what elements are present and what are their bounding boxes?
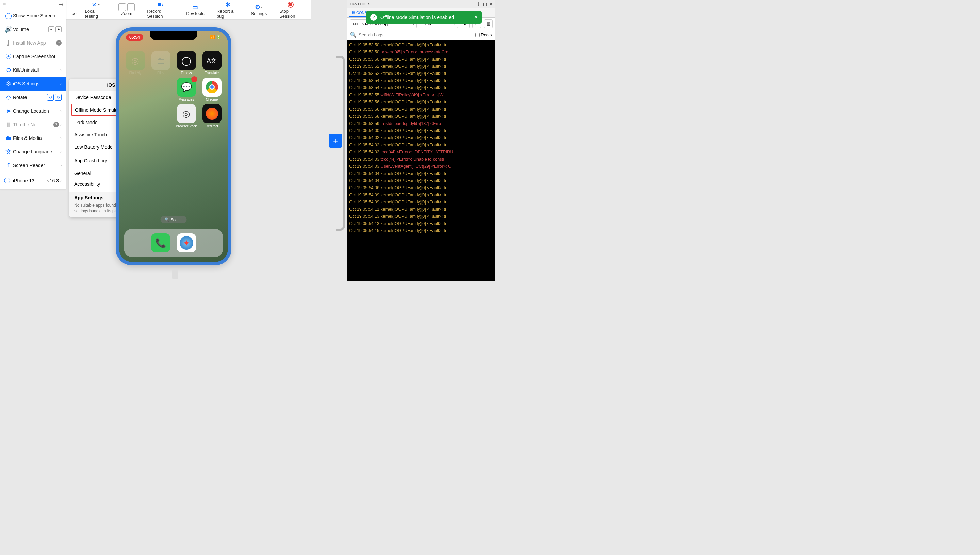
sidebar-item-home[interactable]: ◯ Show Home Screen [0, 9, 66, 22]
download-icon[interactable]: ⭳ [476, 2, 481, 7]
gear-icon: ⚙ ▾ [255, 3, 263, 11]
sidebar-item-screenshot[interactable]: ⦿ Capture Screenshot [0, 50, 66, 63]
sidebar-item-ios-settings[interactable]: ⚙ iOS Settings › [0, 77, 66, 90]
close-icon[interactable]: × [475, 14, 478, 21]
top-toolbar: ce ⤨ ▾ Local testing − + Zoom ■‹ Record … [66, 0, 311, 20]
zoom-out-icon[interactable]: − [119, 3, 126, 11]
record-button[interactable]: ■‹ Record Session [141, 0, 180, 19]
reader-label: Screen Reader [13, 163, 60, 168]
app-fitness[interactable]: ◯Fitness [174, 51, 198, 75]
sidebar-item-language[interactable]: 文 Change Language › [0, 145, 66, 159]
regex-checkbox[interactable] [475, 33, 480, 37]
sidebar-item-screen-reader[interactable]: ⇞ Screen Reader › [0, 159, 66, 172]
app-chrome[interactable]: Chrome [200, 78, 224, 101]
devtools-button[interactable]: ▭ DevTools [180, 0, 210, 19]
phone-cable [172, 269, 178, 279]
sidebar-item-throttle[interactable]: ⫴ Throttle Net… ? › [0, 118, 66, 132]
sidebar-device-info[interactable]: ⓘ iPhone 13 v16.3 › [0, 174, 66, 188]
messages-icon: 💬! [177, 78, 196, 97]
log-line: Oct 19 05:53:56 kernel(IOGPUFamily)[0] <… [349, 106, 493, 113]
assistive-label: Assistive Touch [74, 132, 107, 138]
app-translate[interactable]: A文Translate [200, 51, 224, 75]
folder-icon: 🖿 [4, 135, 13, 142]
maximize-icon[interactable]: ▢ [483, 2, 487, 7]
volume-down-button[interactable]: − [48, 26, 55, 32]
sidebar-item-location[interactable]: ➤ Change Location › [0, 104, 66, 118]
app-grid: ◎Find My 🗀Files ◯Fitness A文Translate 💬!M… [119, 51, 228, 128]
search-label: Search [171, 218, 183, 222]
chevron-right-icon: › [60, 68, 62, 72]
log-line: Oct 19 05:53:59 trustd(libusrtcp.dylib)[… [349, 120, 493, 127]
clear-button[interactable]: 🗑 [484, 19, 493, 28]
spotlight-search[interactable]: 🔍 Search [160, 216, 187, 223]
bug-icon: ✱ [225, 1, 230, 8]
sidebar-item-files[interactable]: 🖿 Files & Media › [0, 132, 66, 145]
files-icon: 🗀 [151, 51, 170, 70]
local-testing-label: Local testing [85, 8, 106, 19]
app-findmy[interactable]: ◎Find My [123, 51, 148, 75]
language-label: Change Language [13, 149, 60, 154]
zoom-in-icon[interactable]: + [127, 3, 135, 11]
rotate-right-button[interactable]: ↻ [55, 94, 62, 101]
search-icon: 🔍 [350, 32, 357, 38]
local-testing-button[interactable]: ⤨ ▾ Local testing [79, 0, 112, 19]
volume-controls: − + [48, 26, 62, 32]
chevron-right-icon: › [60, 136, 62, 141]
dock: 📞 ✦ [124, 229, 223, 257]
search-input[interactable] [359, 32, 473, 37]
console-output[interactable]: Oct 19 05:53:50 kernel(IOGPUFamily)[0] <… [347, 40, 496, 281]
record-label: Record Session [147, 8, 174, 19]
regex-toggle[interactable]: Regex [475, 33, 493, 37]
camera-icon: ⦿ [4, 53, 13, 60]
accessibility-label: Accessibility [74, 181, 100, 187]
check-icon: ✓ [370, 14, 377, 21]
zoom-label: Zoom [121, 11, 132, 16]
log-line: Oct 19 05:54:09 kernel(IOGPUFamily)[0] <… [349, 199, 493, 206]
log-line: Oct 19 05:54:09 kernel(IOGPUFamily)[0] <… [349, 192, 493, 199]
report-bug-button[interactable]: ✱ Report a bug [211, 0, 245, 19]
app-messages[interactable]: 💬!Messages [174, 78, 198, 101]
log-line: Oct 19 05:53:56 kernel(IOGPUFamily)[0] <… [349, 99, 493, 106]
translate-icon: 文 [4, 148, 13, 156]
app-redirect[interactable]: Redirect [200, 104, 224, 128]
info-icon: ⓘ [4, 176, 10, 185]
dock-safari-icon[interactable]: ✦ [177, 233, 196, 252]
close-icon[interactable]: ✕ [489, 2, 493, 7]
rotate-left-button[interactable]: ↺ [47, 94, 54, 101]
log-line: Oct 19 05:53:54 kernel(IOGPUFamily)[0] <… [349, 84, 493, 91]
dock-phone-icon[interactable]: 📞 [151, 233, 170, 252]
devtools-header: DEVTOOLS ⭳ ▢ ✕ [347, 0, 496, 8]
general-label: General [74, 170, 91, 176]
zoom-icons: − + [119, 3, 135, 11]
log-line: Oct 19 05:54:03 UserEventAgent(TCC)[29] … [349, 163, 493, 170]
log-line: Oct 19 05:53:50 powerd[45] <Error>: proc… [349, 49, 493, 56]
status-time: 05:54 [126, 34, 143, 41]
search-icon: 🔍 [165, 217, 170, 222]
battery-label: Low Battery Mode [74, 144, 112, 150]
findmy-icon: ◎ [126, 51, 145, 70]
menu-icon[interactable]: ≡ [3, 2, 6, 8]
log-line: Oct 19 05:54:04 kernel(IOGPUFamily)[0] <… [349, 177, 493, 184]
phone-screen[interactable]: 05:54 📶 🔋 ◎Find My 🗀Files ◯Fitness A文Tra… [119, 30, 228, 262]
help-icon[interactable]: ? [53, 122, 59, 127]
app-browserstack[interactable]: ◎BrowserStack [174, 104, 198, 128]
regex-label: Regex [481, 33, 493, 37]
device-version: v16.3 [47, 178, 59, 183]
volume-up-button[interactable]: + [56, 26, 62, 32]
stop-session-button[interactable]: Stop Session [273, 0, 308, 19]
settings-button[interactable]: ⚙ ▾ Settings [245, 0, 273, 19]
zoom-button[interactable]: − + Zoom [112, 0, 141, 19]
add-button[interactable]: ＋ [329, 134, 342, 148]
toast-message: Offline Mode Simulation is enabled [380, 14, 454, 20]
log-line: Oct 19 05:54:15 kernel(IOGPUFamily)[0] <… [349, 227, 493, 234]
app-files[interactable]: 🗀Files [149, 51, 173, 75]
help-icon[interactable]: ? [56, 40, 62, 46]
files-label: Files & Media [13, 135, 60, 141]
sidebar-item-kill[interactable]: ⊖ Kill/Uninstall › [0, 63, 66, 77]
sidebar-item-install[interactable]: ⭳ Install New App ? [0, 36, 66, 50]
sidebar-item-rotate[interactable]: ◇ Rotate ↺ ↻ [0, 90, 66, 104]
collapse-icon[interactable]: ↤ [59, 2, 63, 7]
devtools-window-controls: ⭳ ▢ ✕ [476, 2, 493, 7]
sidebar-item-volume[interactable]: 🔊 Volume − + [0, 22, 66, 36]
minus-circle-icon: ⊖ [4, 66, 13, 74]
